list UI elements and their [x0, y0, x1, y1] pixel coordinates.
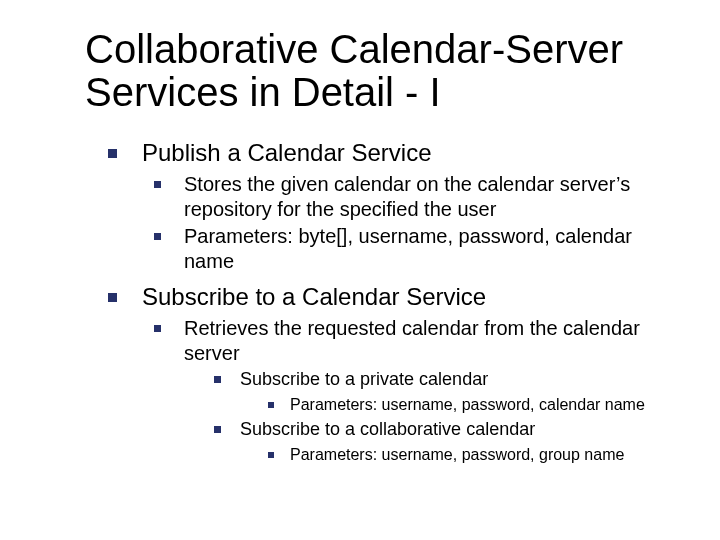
section-publish: Publish a Calendar Service [90, 138, 680, 168]
section-heading: Publish a Calendar Service [142, 139, 432, 166]
section-subscribe: Subscribe to a Calendar Service [90, 282, 680, 312]
body-text: Parameters: username, password, calendar… [290, 396, 645, 413]
slide: Collaborative Calendar-Server Services i… [0, 0, 720, 540]
body-text: Subscribe to a private calendar [240, 369, 488, 389]
list-item: Parameters: byte[], username, password, … [134, 224, 680, 274]
list-item: Stores the given calendar on the calenda… [134, 172, 680, 222]
content-list: Publish a Calendar Service Stores the gi… [90, 138, 680, 466]
slide-title: Collaborative Calendar-Server Services i… [85, 28, 680, 114]
section-heading: Subscribe to a Calendar Service [142, 283, 486, 310]
sub-item-collaborative: Subscribe to a collaborative calendar [196, 418, 680, 441]
body-text: Parameters: byte[], username, password, … [184, 225, 632, 272]
body-text: Stores the given calendar on the calenda… [184, 173, 630, 220]
body-text: Parameters: username, password, group na… [290, 446, 624, 463]
body-text: Retrieves the requested calendar from th… [184, 317, 640, 364]
list-item: Retrieves the requested calendar from th… [134, 316, 680, 366]
list-item: Parameters: username, password, group na… [250, 444, 680, 466]
sub-item-private: Subscribe to a private calendar [196, 368, 680, 391]
body-text: Subscribe to a collaborative calendar [240, 419, 535, 439]
list-item: Parameters: username, password, calendar… [250, 394, 680, 416]
